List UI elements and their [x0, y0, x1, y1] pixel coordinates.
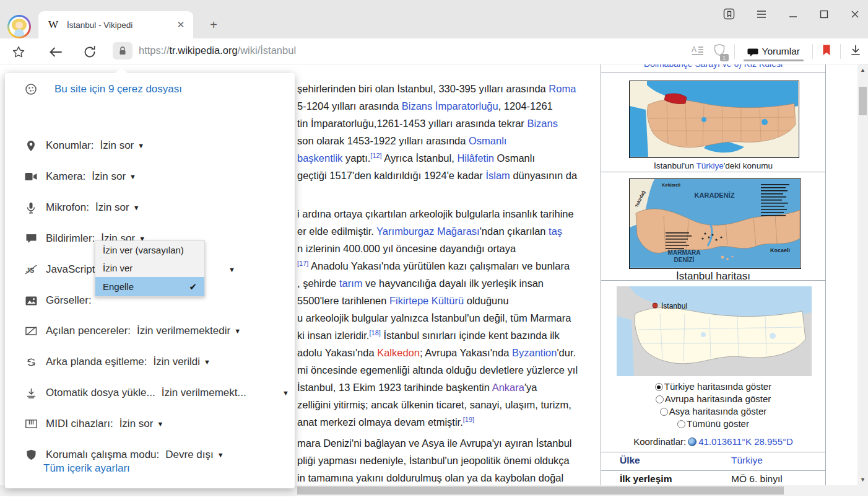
- permission-value-dropdown[interactable]: İzin verilmemekt...: [162, 387, 246, 399]
- tracking-shield-icon[interactable]: 1: [713, 43, 726, 59]
- images-icon: [24, 296, 38, 306]
- permission-value-dropdown[interactable]: İzin verilmemektedir: [137, 325, 230, 337]
- scroll-up-arrow[interactable]: ▲: [857, 64, 868, 76]
- radio-icon[interactable]: [656, 395, 664, 403]
- article-text: olduğunu: [464, 295, 509, 306]
- permission-value-dropdown[interactable]: İzin sor: [95, 201, 129, 214]
- wiki-link[interactable]: Hilâfetin: [457, 152, 494, 164]
- wiki-link[interactable]: başkentlik: [297, 152, 342, 164]
- toolbar-divider: [734, 44, 735, 59]
- wiki-link[interactable]: Roma: [549, 83, 576, 94]
- permission-value-dropdown[interactable]: İzin verildi: [153, 356, 200, 368]
- scroll-down-arrow[interactable]: ▼: [857, 474, 868, 485]
- favorites-star-icon[interactable]: [10, 43, 27, 61]
- article-line: 5500'lere tarihlenen Fikirtepe Kültürü o…: [297, 295, 509, 307]
- minimize-icon[interactable]: [788, 9, 799, 20]
- permission-label: Arka planda eşitleme:: [46, 356, 147, 368]
- vertical-scroll-thumb[interactable]: [859, 87, 867, 115]
- downloads-icon[interactable]: [849, 44, 862, 59]
- istanbul-districts-map[interactable]: KARADENİZ MARMARA DENİZİ Kocaeli Kırklar…: [629, 178, 801, 269]
- address-bar[interactable]: https://tr.wikipedia.org/wiki/İstanbul: [139, 45, 296, 56]
- article-text: 'ndan çıkarılan: [480, 226, 549, 237]
- turkey-locator-map[interactable]: İstanbul: [617, 286, 812, 376]
- wiki-link[interactable]: Fikirtepe Kültürü: [389, 295, 464, 306]
- close-window-icon[interactable]: [849, 9, 861, 20]
- permission-label: Görseller:: [46, 294, 92, 307]
- permission-value-dropdown[interactable]: İzin sor: [119, 418, 154, 430]
- collections-icon[interactable]: [723, 7, 736, 20]
- turkey-location-map[interactable]: [629, 81, 799, 158]
- site-info-lock-button[interactable]: [113, 42, 132, 59]
- article-text: Ayrıca İstanbul,: [382, 152, 458, 164]
- radio-avrupa-haritas-nda-g-ster[interactable]: Avrupa haritasında göster: [601, 393, 825, 405]
- radio-icon[interactable]: [677, 420, 685, 428]
- reference-link[interactable]: [12]: [370, 152, 381, 159]
- wiki-link[interactable]: İslam: [485, 170, 510, 181]
- permission-value-dropdown[interactable]: İzin sor: [100, 139, 134, 152]
- radio-t-m-n-g-ster[interactable]: Tümünü göster: [601, 418, 825, 430]
- reload-icon[interactable]: [81, 43, 98, 61]
- wiki-link[interactable]: Kalkedon: [377, 347, 420, 358]
- article-line: anat merkezi olmaya devam etmiştir.[19]: [297, 416, 474, 428]
- coordinates-link[interactable]: 41.013611°K 28.955°D: [698, 436, 793, 447]
- wiki-link[interactable]: tarım: [339, 278, 363, 289]
- all-content-settings-link[interactable]: Tüm içerik ayarları: [43, 462, 130, 475]
- comments-underline: [744, 59, 804, 61]
- location-icon: [24, 140, 38, 152]
- dropdown-caret-icon[interactable]: ▼: [129, 173, 136, 180]
- permission-label: Otomatik dosya yükle...: [46, 387, 155, 399]
- wiki-link[interactable]: Osmanlı: [469, 135, 506, 146]
- article-text: 5500'lere tarihlenen: [297, 295, 389, 306]
- radio-selected-icon[interactable]: [655, 383, 663, 391]
- wiki-link[interactable]: Yarımburgaz Mağarası: [376, 226, 480, 237]
- horizontal-scroll-thumb[interactable]: [297, 486, 784, 495]
- permission-value-dropdown[interactable]: İzin sor: [92, 170, 126, 183]
- turkey-map-caption: İstanbul'un Türkiye'deki konumu: [601, 161, 825, 170]
- reference-link[interactable]: [17]: [297, 260, 308, 267]
- wiki-link[interactable]: Ankara: [492, 382, 524, 393]
- wiki-link[interactable]: Türkiye: [731, 455, 763, 466]
- infobox-divider: [601, 72, 825, 73]
- turkiye-link[interactable]: Türkiye: [697, 161, 724, 170]
- reader-mode-icon[interactable]: A: [691, 44, 705, 59]
- dropdown-caret-icon[interactable]: ▼: [137, 142, 144, 149]
- article-text: ; Avrupa Yakası'nda: [420, 347, 512, 358]
- wiki-link[interactable]: Bizans İmparatorluğu: [402, 100, 498, 112]
- radio-icon[interactable]: [660, 408, 668, 416]
- dropdown-caret-icon[interactable]: ▼: [234, 327, 241, 335]
- vertical-scrollbar[interactable]: ▲ ▼: [857, 64, 868, 485]
- wiki-link[interactable]: Byzantion: [512, 347, 557, 358]
- map2-kocaeli-label: Kocaeli: [770, 247, 790, 253]
- tab-close-icon[interactable]: ✕: [175, 19, 187, 31]
- article-line: , şehirde tarım ve hayvancılığa dayalı i…: [297, 278, 544, 289]
- wiki-link[interactable]: taş: [549, 226, 562, 237]
- reference-link[interactable]: [19]: [463, 416, 474, 423]
- caption-text: İstanbul'un: [654, 161, 696, 170]
- svg-text:A: A: [692, 45, 697, 54]
- wiki-link[interactable]: Bizans: [527, 118, 558, 129]
- dropdown-caret-icon[interactable]: ▼: [204, 358, 210, 366]
- radio-t-rkiye-haritas-nda-g-ster[interactable]: Türkiye haritasında göster: [601, 380, 825, 393]
- dropdown-caret-icon[interactable]: ▼: [157, 420, 163, 428]
- maximize-icon[interactable]: [818, 9, 830, 20]
- javascript-permission-dropdown: İzin ver (varsayılan)İzin verEngelle✔: [95, 240, 205, 297]
- dropdown-caret-icon[interactable]: ▼: [217, 451, 224, 459]
- menu-icon[interactable]: [755, 9, 768, 19]
- profile-avatar[interactable]: [7, 15, 31, 38]
- dropdown-caret-icon[interactable]: ▼: [228, 266, 235, 273]
- new-tab-button[interactable]: +: [205, 17, 222, 34]
- cookies-link[interactable]: Bu site için 9 çerez dosyası: [54, 83, 182, 95]
- tab-istanbul-vikipedi[interactable]: W İstanbul - Vikipedi ✕: [38, 11, 193, 38]
- permission-value-dropdown[interactable]: Devre dışı: [165, 449, 213, 461]
- dropdown-option-i-zin-ver-varsay-lan-[interactable]: İzin ver (varsayılan): [95, 241, 204, 259]
- dropdown-option-i-zin-ver[interactable]: İzin ver: [95, 259, 204, 277]
- radio-asya-haritas-nda-g-ster[interactable]: Asya haritasında göster: [601, 405, 825, 418]
- dropdown-caret-icon[interactable]: ▼: [282, 389, 289, 397]
- bookmark-icon[interactable]: [822, 44, 831, 59]
- reference-link[interactable]: [18]: [369, 329, 380, 336]
- back-icon[interactable]: [47, 43, 64, 61]
- comments-button[interactable]: Yorumlar: [744, 46, 804, 57]
- dropdown-option-engelle[interactable]: Engelle✔: [95, 277, 204, 296]
- permission-label: JavaScript:: [46, 263, 98, 276]
- dropdown-caret-icon[interactable]: ▼: [133, 204, 140, 211]
